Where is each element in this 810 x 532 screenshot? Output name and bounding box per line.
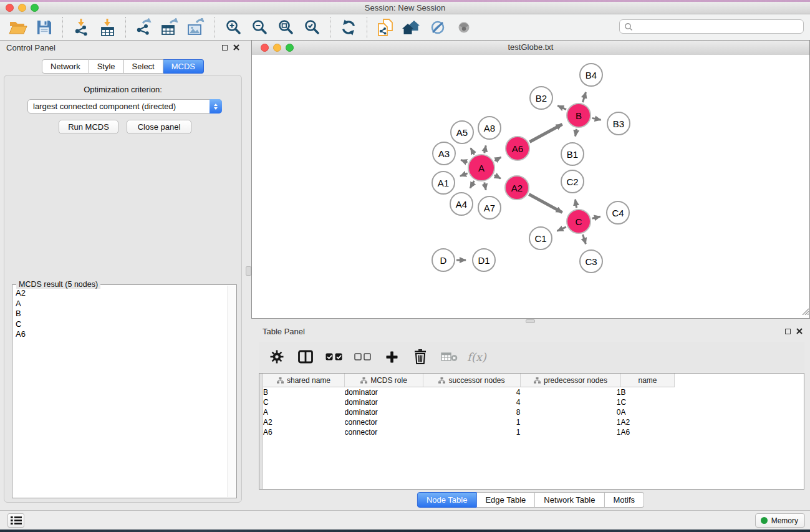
edge-A2-C[interactable] xyxy=(529,195,562,213)
cell[interactable]: connector xyxy=(345,417,423,427)
horizontal-splitter[interactable] xyxy=(251,319,810,324)
tab-motifs[interactable]: Motifs xyxy=(604,492,644,508)
import-network-icon[interactable] xyxy=(68,16,94,39)
edge-A-A4[interactable] xyxy=(470,181,474,188)
memory-button[interactable]: Memory xyxy=(755,513,805,528)
tab-select[interactable]: Select xyxy=(124,59,163,74)
edge-C-C3[interactable] xyxy=(583,235,586,244)
cell[interactable]: C xyxy=(621,397,675,407)
cell[interactable]: connector xyxy=(345,427,423,437)
tab-network[interactable]: Network xyxy=(42,59,89,74)
node-B1[interactable]: B1 xyxy=(561,142,584,166)
cell[interactable]: B xyxy=(621,387,675,398)
open-session-icon[interactable] xyxy=(5,16,31,39)
edge-A6-B[interactable] xyxy=(529,124,562,142)
node-A7[interactable]: A7 xyxy=(478,196,501,220)
edge-B-B1[interactable] xyxy=(576,129,577,137)
cell[interactable]: 4 xyxy=(423,397,521,407)
search-box[interactable] xyxy=(619,19,804,34)
edge-A-A6[interactable] xyxy=(494,157,501,161)
node-C2[interactable]: C2 xyxy=(561,170,584,193)
close-view-button[interactable] xyxy=(261,44,269,52)
mcds-result-item[interactable]: A xyxy=(16,299,226,309)
node-A3[interactable]: A3 xyxy=(432,142,456,165)
edge-C-C4[interactable] xyxy=(592,216,600,218)
clone-network-icon[interactable] xyxy=(372,16,398,39)
node-B2[interactable]: B2 xyxy=(529,86,553,110)
table-row[interactable]: A6connector11A6 xyxy=(263,427,804,437)
cell[interactable]: A6 xyxy=(621,427,675,437)
node-D[interactable]: D xyxy=(432,248,455,272)
edge-A-A5[interactable] xyxy=(471,148,475,155)
mcds-result-item[interactable]: A2 xyxy=(16,288,226,299)
tab-mcds[interactable]: MCDS xyxy=(163,59,204,74)
column-header-predecessor-nodes[interactable]: predecessor nodes xyxy=(521,374,621,387)
close-panel-icon[interactable] xyxy=(233,44,239,51)
import-table-icon[interactable] xyxy=(94,16,120,39)
export-image-icon[interactable] xyxy=(183,16,210,39)
cell[interactable]: 1 xyxy=(521,427,621,437)
splitter-grip[interactable] xyxy=(526,319,535,323)
column-header-mcds-role[interactable]: MCDS role xyxy=(345,374,423,387)
export-network-icon[interactable] xyxy=(131,16,157,39)
criterion-dropdown[interactable]: largest connected component (directed) xyxy=(27,99,222,114)
mcds-result-item[interactable]: C xyxy=(16,319,226,330)
cell[interactable]: A xyxy=(263,407,345,417)
select-all-columns-icon[interactable] xyxy=(324,346,345,367)
zoom-in-icon[interactable] xyxy=(220,16,246,39)
edge-C-C1[interactable] xyxy=(557,227,566,231)
tab-edge-table[interactable]: Edge Table xyxy=(476,492,535,508)
cell[interactable]: A xyxy=(621,407,675,417)
node-A6[interactable]: A6 xyxy=(505,136,530,161)
cell[interactable]: A2 xyxy=(621,417,675,427)
node-A1[interactable]: A1 xyxy=(432,171,455,195)
create-column-icon[interactable] xyxy=(381,346,402,367)
cell[interactable]: dominator xyxy=(345,397,423,407)
table-row[interactable]: Cdominator41C xyxy=(263,397,804,407)
edge-A-A1[interactable] xyxy=(460,173,468,177)
node-B3[interactable]: B3 xyxy=(607,112,630,135)
search-input[interactable] xyxy=(636,22,799,32)
cell[interactable]: 0 xyxy=(521,407,621,417)
node-A2[interactable]: A2 xyxy=(504,175,529,200)
cell[interactable]: 4 xyxy=(423,387,521,398)
minimize-view-button[interactable] xyxy=(273,44,281,52)
edge-C-C2[interactable] xyxy=(576,200,577,208)
cell[interactable]: 1 xyxy=(423,417,521,427)
task-history-icon[interactable] xyxy=(7,513,24,528)
node-A[interactable]: A xyxy=(468,154,495,181)
zoom-fit-icon[interactable] xyxy=(272,16,299,39)
edge-A-A8[interactable] xyxy=(485,145,486,153)
unselect-all-columns-icon[interactable] xyxy=(352,346,374,367)
tab-network-table[interactable]: Network Table xyxy=(535,492,604,508)
node-table[interactable]: shared nameMCDS rolesuccessor nodesprede… xyxy=(259,373,804,490)
cell[interactable]: 1 xyxy=(423,427,521,437)
edge-A-A7[interactable] xyxy=(485,183,486,190)
mcds-result-item[interactable]: A6 xyxy=(16,329,226,340)
tab-node-table[interactable]: Node Table xyxy=(417,492,477,508)
cell[interactable]: 1 xyxy=(521,397,621,407)
table-row[interactable]: Adominator80A xyxy=(263,407,804,417)
cell[interactable]: 1 xyxy=(521,417,621,427)
float-panel-icon[interactable] xyxy=(785,329,791,334)
cell[interactable]: A6 xyxy=(263,427,345,437)
result-list-scrollbar[interactable] xyxy=(227,286,236,497)
table-row[interactable]: A2connector11A2 xyxy=(263,417,804,427)
column-header-name[interactable]: name xyxy=(621,374,675,387)
tab-style[interactable]: Style xyxy=(89,59,124,74)
node-A5[interactable]: A5 xyxy=(450,120,474,144)
edge-A-A2[interactable] xyxy=(494,175,501,179)
close-panel-icon[interactable] xyxy=(796,328,803,334)
column-header-shared-name[interactable]: shared name xyxy=(263,374,345,387)
resize-grip-icon[interactable] xyxy=(801,306,809,317)
close-panel-button[interactable]: Close panel xyxy=(127,120,191,134)
table-row[interactable]: Bdominator41B xyxy=(263,387,804,398)
node-A4[interactable]: A4 xyxy=(450,192,473,216)
table-mode-gear-icon[interactable] xyxy=(266,346,287,367)
zoom-selected-icon[interactable] xyxy=(299,16,325,39)
mcds-result-list[interactable]: A2ABCA6 xyxy=(16,288,226,496)
edge-B-B3[interactable] xyxy=(592,118,601,120)
hide-graphics-details-icon[interactable] xyxy=(425,16,451,39)
delete-column-icon[interactable] xyxy=(410,346,431,367)
save-session-icon[interactable] xyxy=(31,16,57,39)
